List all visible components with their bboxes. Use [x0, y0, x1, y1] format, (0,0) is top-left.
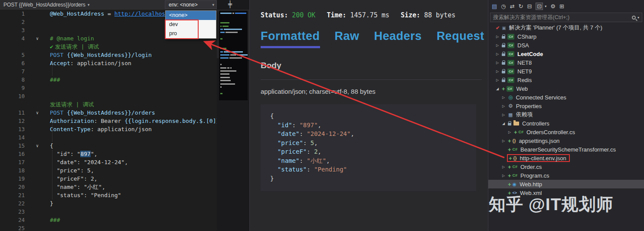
- expand-chevron-icon[interactable]: ▷: [502, 139, 508, 143]
- search-caret-icon[interactable]: ▾: [637, 16, 639, 20]
- tree-item-解决方案-planner-7-个项目-共-7-个[interactable]: ✔▣解决方案 'Planner' (7 个项目, 共 7 个): [488, 23, 644, 32]
- editor-line[interactable]: 21 "status": "Pending": [0, 191, 217, 199]
- collapse-all-icon[interactable]: ⊟: [527, 3, 532, 10]
- switch-views-icon[interactable]: ▤: [492, 3, 497, 10]
- splitter-handle-icon[interactable]: ╪: [228, 0, 232, 8]
- search-icon[interactable]: [632, 16, 636, 20]
- expand-chevron-icon[interactable]: ▷: [496, 43, 502, 47]
- tree-item-properties[interactable]: ▷⚙Properties: [488, 102, 644, 110]
- show-all-files-icon[interactable]: ⊞: [559, 3, 564, 10]
- editor-line[interactable]: 7: [0, 67, 217, 76]
- tree-item-orderscontroller-cs[interactable]: ▷+C#OrdersController.cs: [488, 128, 644, 136]
- editor-line[interactable]: 6Accept: application/json: [0, 59, 217, 67]
- tree-item-leetcode[interactable]: ▷C#LeetCode: [488, 50, 644, 58]
- send-request-link[interactable]: 发送请求 | 调试: [55, 43, 99, 50]
- editor-line[interactable]: 20 "name": "小红",: [0, 183, 217, 191]
- expand-chevron-icon[interactable]: ▷: [502, 174, 508, 178]
- pending-changes-filter-icon[interactable]: ◷: [501, 3, 506, 10]
- tree-item-web-http[interactable]: +◉Web.http: [488, 180, 644, 188]
- editor-line[interactable]: 8###: [0, 76, 217, 84]
- expand-chevron-icon[interactable]: ▷: [496, 35, 502, 39]
- line-content: "priceF": 2,: [50, 175, 217, 183]
- sync-icon[interactable]: ⇄: [510, 3, 515, 10]
- response-tab-formatted[interactable]: Formatted: [261, 30, 320, 48]
- tree-item-content: C#Redis: [502, 76, 532, 84]
- fold-gutter: [25, 183, 50, 191]
- refresh-icon[interactable]: ↻: [519, 3, 523, 10]
- expand-chevron-icon[interactable]: ▷: [502, 96, 508, 99]
- tree-item-label: Connected Services: [516, 94, 566, 101]
- expand-chevron-icon[interactable]: ▷: [508, 130, 514, 134]
- tree-item-order-cs[interactable]: ▷+C#Order.cs: [488, 162, 644, 171]
- env-selector[interactable]: env: <none> ▾: [165, 0, 217, 9]
- tree-item-依赖项[interactable]: ▷▦依赖项: [488, 110, 644, 119]
- env-option-none[interactable]: <none>: [166, 11, 216, 20]
- fold-gutter: [25, 175, 50, 183]
- code-segment: Content-Type: [50, 126, 91, 132]
- expand-chevron-icon[interactable]: ◢: [502, 122, 508, 125]
- editor-line[interactable]: 24###: [0, 216, 217, 224]
- line-number: 16: [0, 150, 25, 158]
- dropdown-caret-icon[interactable]: ▾: [545, 4, 546, 8]
- tree-item-controllers[interactable]: ◢Controllers: [488, 119, 644, 128]
- expand-chevron-icon[interactable]: ▷: [496, 78, 502, 82]
- fold-chevron-icon[interactable]: ∨: [25, 34, 50, 43]
- search-input[interactable]: 搜索解决方案资源管理器(Ctrl+;): [493, 14, 632, 21]
- tree-item-content: C#DSA: [502, 41, 529, 49]
- status-label: Time:: [327, 11, 346, 19]
- editor-line[interactable]: 11∨POST {{Web_HostAddress}}/orders: [0, 109, 217, 117]
- tree-item-connected-services[interactable]: ▷◎Connected Services: [488, 93, 644, 102]
- request-selector-caret-icon[interactable]: ▾: [88, 3, 90, 7]
- send-request-link[interactable]: 发送请求 | 调试: [50, 101, 94, 108]
- expand-chevron-icon[interactable]: ▷: [496, 52, 502, 56]
- editor-body[interactable]: 1@Web_HostAddress = http://localhost234∨…: [0, 10, 217, 231]
- line-number: 12: [0, 117, 25, 125]
- editor-line[interactable]: 25: [0, 224, 217, 231]
- editor-line[interactable]: 16 "id": "897",: [0, 150, 217, 158]
- tree-item-http-client-env-json[interactable]: +{}http-client.env.json: [488, 154, 644, 162]
- url-link[interactable]: http://localhost: [114, 10, 169, 17]
- editor-line[interactable]: 5POST {{Web_HostAddress}}/login: [0, 51, 217, 59]
- tree-item-net8[interactable]: ▷C#NET8: [488, 58, 644, 67]
- expand-chevron-icon[interactable]: ▷: [496, 61, 502, 65]
- response-tab-raw[interactable]: Raw: [335, 30, 360, 48]
- expand-chevron-icon[interactable]: ◢: [496, 87, 502, 91]
- fold-chevron-icon[interactable]: ∨: [25, 109, 50, 117]
- tree-item-dsa[interactable]: ▷C#DSA: [488, 41, 644, 50]
- editor-line[interactable]: 18 "price": 5,: [0, 166, 217, 175]
- tree-item-csharp[interactable]: ▷C#CSharp: [488, 32, 644, 41]
- sync-with-active-document-icon[interactable]: ⊡: [536, 3, 543, 10]
- tree-item-bearersecurityschemetransformer-cs[interactable]: +C#BearerSecuritySchemeTransformer.cs: [488, 145, 644, 154]
- expand-chevron-icon[interactable]: ▷: [502, 104, 508, 108]
- editor-line[interactable]: 13Content-Type: application/json: [0, 125, 217, 133]
- expand-chevron-icon[interactable]: ▷: [502, 165, 508, 169]
- fold-gutter: [25, 166, 50, 175]
- editor-line[interactable]: 12Authorization: Bearer {{login.response…: [0, 117, 217, 125]
- response-json[interactable]: { "id": "897", "date": "2024-12-24", "pr…: [261, 104, 476, 191]
- editor-line[interactable]: 19 "priceF": 2,: [0, 175, 217, 183]
- tree-item-net9[interactable]: ▷C#NET9: [488, 67, 644, 76]
- editor-line[interactable]: 23: [0, 208, 217, 216]
- response-tab-headers[interactable]: Headers: [374, 30, 422, 48]
- search-box[interactable]: 搜索解决方案资源管理器(Ctrl+;) ▾: [490, 13, 642, 22]
- codelens-row[interactable]: 发送请求 | 调试: [0, 100, 217, 109]
- fold-chevron-icon[interactable]: ∨: [25, 142, 50, 150]
- expand-chevron-icon[interactable]: ▷: [496, 69, 502, 73]
- tree-item-appsettings-json[interactable]: ▷+{}appsettings.json: [488, 136, 644, 145]
- tree-item-program-cs[interactable]: ▷+C#Program.cs: [488, 171, 644, 180]
- properties-icon[interactable]: ⚙: [550, 3, 556, 10]
- minimap[interactable]: ╪: [217, 0, 249, 231]
- editor-line[interactable]: 10: [0, 92, 217, 100]
- editor-line[interactable]: 9: [0, 84, 217, 92]
- tree-item-web[interactable]: ◢+C#Web: [488, 84, 644, 93]
- request-selector[interactable]: POST {{Web_HostAddress}}/orders: [3, 2, 85, 8]
- content-type-line: application/json; charset=utf-8, 88 byte…: [261, 88, 376, 95]
- editor-line[interactable]: 14: [0, 133, 217, 142]
- tree-item-redis[interactable]: ▷C#Redis: [488, 76, 644, 84]
- editor-line[interactable]: 22}: [0, 199, 217, 208]
- expand-chevron-icon[interactable]: ▷: [502, 113, 508, 117]
- codelens-row[interactable]: ✔发送请求 | 调试: [0, 43, 217, 51]
- response-tab-request[interactable]: Request: [437, 30, 484, 48]
- editor-line[interactable]: 17 "date": "2024-12-24",: [0, 158, 217, 166]
- editor-line[interactable]: 15∨{: [0, 142, 217, 150]
